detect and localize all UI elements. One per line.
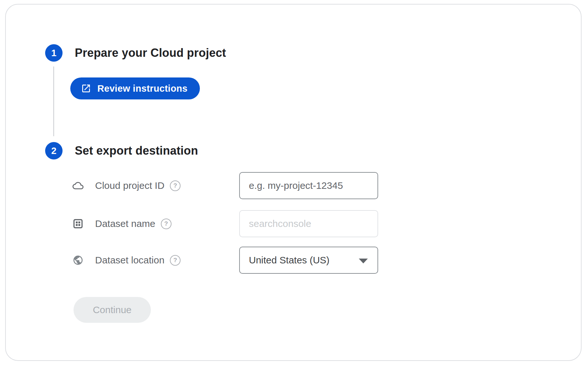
continue-button[interactable]: Continue xyxy=(74,297,151,323)
step-2-number: 2 xyxy=(51,146,56,156)
dataset-location-label: Dataset location xyxy=(95,255,164,266)
globe-icon xyxy=(73,255,83,266)
step-1-indicator: 1 xyxy=(45,44,63,62)
cloud-project-id-input[interactable] xyxy=(239,172,378,199)
cloud-icon xyxy=(73,180,83,191)
step-1-number: 1 xyxy=(51,48,56,58)
cloud-project-id-row: Cloud project ID ? xyxy=(73,172,378,199)
dataset-name-label: Dataset name xyxy=(95,218,155,229)
step-connector-line xyxy=(53,66,54,136)
review-instructions-label: Review instructions xyxy=(97,83,188,94)
dataset-location-select[interactable]: United States (US) xyxy=(239,247,378,274)
step-2-indicator: 2 xyxy=(45,142,63,159)
open-in-new-icon xyxy=(81,83,91,94)
cloud-project-id-label: Cloud project ID xyxy=(95,180,164,191)
help-icon[interactable]: ? xyxy=(170,255,181,266)
review-instructions-button[interactable]: Review instructions xyxy=(70,77,200,99)
dataset-name-input[interactable] xyxy=(239,210,378,237)
dataset-location-row: Dataset location ? United States (US) xyxy=(73,247,378,274)
dataset-name-row: Dataset name ? xyxy=(73,210,378,237)
dataset-location-value: United States (US) xyxy=(249,255,329,266)
help-icon[interactable]: ? xyxy=(170,180,181,191)
step-1-title: Prepare your Cloud project xyxy=(75,44,226,62)
dropdown-arrow-icon xyxy=(359,259,368,263)
help-icon[interactable]: ? xyxy=(161,219,172,229)
step-2-title: Set export destination xyxy=(75,142,198,159)
dataset-grid-icon xyxy=(73,218,83,229)
